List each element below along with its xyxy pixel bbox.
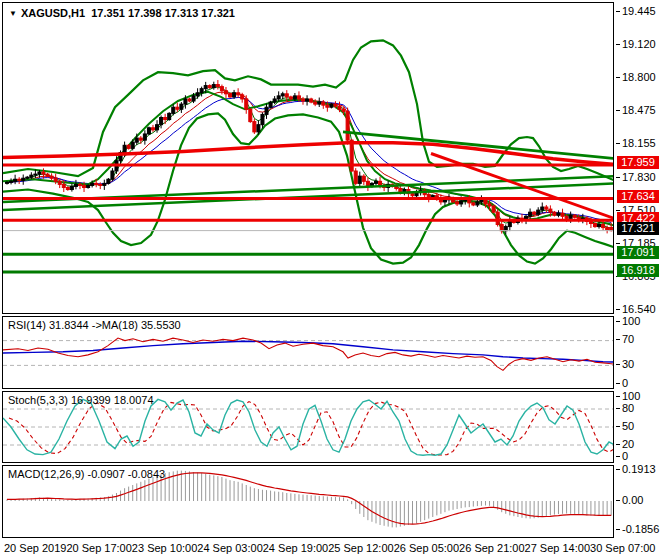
time-axis-label: 20 Sep 2019 <box>4 542 66 557</box>
chart-title: ▼XAGUSD,H1 17.351 17.398 17.313 17.321 <box>9 7 235 19</box>
price-badge-red: 17.634 <box>617 190 659 203</box>
price-axis-label: 18.155 <box>622 137 656 149</box>
symbol-dropdown-icon[interactable]: ▼ <box>9 9 17 18</box>
price-axis-label: 16.540 <box>622 303 656 315</box>
rsi-axis-label: 30 <box>622 358 634 370</box>
chart-window: ▼XAGUSD,H1 17.351 17.398 17.313 17.321 R… <box>0 0 660 560</box>
price-badge-green: 16.918 <box>617 264 659 277</box>
rsi-axis-label: 100 <box>622 315 640 327</box>
price-axis-label: 19.120 <box>622 38 656 50</box>
axis-tick <box>616 143 620 144</box>
price-axis-label: 17.830 <box>622 171 656 183</box>
time-axis-label: 20 Sep 17:00 <box>66 542 131 557</box>
axis-tick <box>616 408 620 409</box>
axis-tick <box>616 529 620 530</box>
axis-tick <box>616 339 620 340</box>
time-axis-label: 27 Sep 14:00 <box>525 542 590 557</box>
stochastic-panel: Stoch(5,3,3) 16.9399 18.0074 <box>2 391 614 463</box>
macd-axis-label: 0.1913 <box>622 463 656 475</box>
rsi-panel: RSI(14) 31.8344 ->MA(18) 35.5530 <box>2 316 614 389</box>
axis-tick <box>616 383 620 384</box>
time-axis-label: 30 Sep 07:00 <box>590 542 655 557</box>
symbol-label: XAGUSD,H1 <box>21 7 85 19</box>
axis-tick <box>616 210 620 211</box>
macd-axis-label: 0.00 <box>622 494 643 506</box>
axis-tick <box>616 77 620 78</box>
macd-panel: MACD(12,26,9) -0.0907 -0.0843 <box>2 465 614 538</box>
axis-tick <box>616 500 620 501</box>
stochastic-label: Stoch(5,3,3) 16.9399 18.0074 <box>8 394 154 406</box>
axis-tick <box>616 321 620 322</box>
rsi-axis-label: 0 <box>622 377 628 389</box>
axis-tick <box>616 469 620 470</box>
time-axis-label: 26 Sep 21:00 <box>459 542 524 557</box>
price-badge-black: 17.321 <box>617 222 659 235</box>
ohlc-readout: 17.351 17.398 17.313 17.321 <box>91 7 235 19</box>
price-axis-label: 19.445 <box>622 5 656 17</box>
main-chart-canvas[interactable] <box>3 3 613 313</box>
axis-tick <box>616 364 620 365</box>
axis-tick <box>616 243 620 244</box>
price-badge-red: 17.959 <box>617 156 659 169</box>
macd-axis-label: -0.1856 <box>622 523 659 535</box>
axis-tick <box>616 177 620 178</box>
price-axis-label: 18.475 <box>622 104 656 116</box>
rsi-label: RSI(14) 31.8344 ->MA(18) 35.5530 <box>8 319 181 331</box>
axis-tick <box>616 44 620 45</box>
time-axis-label: 23 Sep 10:00 <box>132 542 197 557</box>
time-axis-label: 26 Sep 05:00 <box>394 542 459 557</box>
axis-tick <box>616 11 620 12</box>
axis-tick <box>616 456 620 457</box>
stoch-axis-label: 20 <box>622 438 634 450</box>
axis-tick <box>616 309 620 310</box>
stoch-axis-label: 0 <box>622 450 628 462</box>
time-axis: 20 Sep 201920 Sep 17:0023 Sep 10:0024 Se… <box>2 541 646 557</box>
price-axis-label: 18.800 <box>622 71 656 83</box>
time-axis-label: 24 Sep 03:00 <box>197 542 262 557</box>
axis-tick <box>616 426 620 427</box>
price-badge-green: 17.091 <box>617 246 659 259</box>
axis-tick <box>616 444 620 445</box>
axis-tick <box>616 396 620 397</box>
time-axis-label: 25 Sep 12:00 <box>328 542 393 557</box>
stoch-axis-label: 50 <box>622 420 634 432</box>
main-chart-panel: ▼XAGUSD,H1 17.351 17.398 17.313 17.321 <box>2 2 614 314</box>
rsi-axis-label: 70 <box>622 333 634 345</box>
price-axis: 19.44519.12018.80018.47518.15517.83017.5… <box>616 0 660 560</box>
macd-label: MACD(12,26,9) -0.0907 -0.0843 <box>8 468 165 480</box>
stoch-axis-label: 100 <box>622 390 640 402</box>
stoch-axis-label: 80 <box>622 402 634 414</box>
time-axis-label: 24 Sep 19:00 <box>263 542 328 557</box>
axis-tick <box>616 110 620 111</box>
